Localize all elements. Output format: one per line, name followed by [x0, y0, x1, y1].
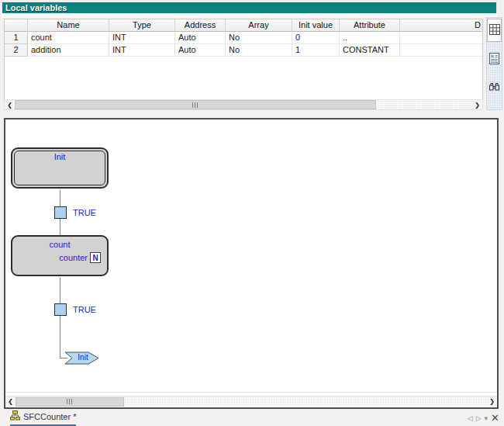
action-variable: counter [59, 253, 88, 262]
cell-attribute[interactable]: CONSTANT [340, 44, 400, 57]
sfc-link-line [60, 278, 60, 304]
document-tab-bar: SFCCounter * ◁ ▷ ▾ ✕ [0, 410, 504, 426]
binoculars-icon [488, 81, 500, 93]
header-type[interactable]: Type [109, 19, 175, 32]
grid-view-button[interactable] [487, 19, 502, 42]
cell-name[interactable]: count [28, 32, 109, 44]
cell-init-value[interactable]: 0 [292, 32, 340, 44]
cell-name[interactable]: addition [28, 44, 109, 57]
side-toolbar [486, 17, 502, 110]
sfc-jump[interactable]: Init [64, 352, 100, 365]
step-name: Init [12, 152, 107, 161]
transition-condition[interactable]: TRUE [73, 208, 96, 217]
table-horizontal-scrollbar[interactable]: ❮ ❯ [4, 99, 483, 110]
sfc-program-icon [10, 410, 20, 422]
cell-array[interactable]: No [226, 44, 292, 57]
jump-target: Init [74, 353, 91, 362]
scrollbar-thumb[interactable] [16, 397, 124, 407]
cell-address[interactable]: Auto [175, 44, 226, 57]
document-icon [489, 53, 499, 66]
canvas-bottom-separator [5, 392, 497, 393]
title-gap [2, 13, 497, 18]
cell-init-value[interactable]: 1 [292, 44, 340, 57]
cell-attribute[interactable]: .. [340, 32, 400, 44]
transition-condition[interactable]: TRUE [73, 305, 96, 314]
sfc-link-line [60, 190, 60, 208]
variables-table: Name Type Address Array Init value Attri… [4, 19, 483, 110]
header-row-number[interactable] [5, 19, 28, 32]
step-name: count [12, 240, 107, 249]
tab-controls: ◁ ▷ ▾ ✕ [468, 412, 499, 424]
tab-sfccounter[interactable]: SFCCounter * [10, 410, 76, 426]
sfc-transition[interactable] [54, 303, 67, 316]
scrollbar-thumb[interactable] [15, 100, 376, 109]
header-address[interactable]: Address [175, 19, 226, 32]
scroll-right-arrow-icon[interactable]: ❯ [487, 397, 497, 407]
find-button[interactable] [487, 77, 502, 97]
sfc-initial-step[interactable]: Init [11, 147, 109, 189]
panel-title: Local variables [5, 3, 67, 12]
scroll-left-arrow-icon[interactable]: ❮ [5, 397, 16, 407]
sfc-transition[interactable] [54, 206, 67, 219]
header-description[interactable]: D [400, 19, 482, 32]
cell-type[interactable]: INT [109, 32, 175, 44]
tab-list-dropdown-icon[interactable]: ▾ [485, 414, 488, 422]
scrollbar-grip-icon [192, 102, 198, 108]
initial-step-inner-border: Init [14, 151, 105, 185]
header-init-value[interactable]: Init value [292, 19, 340, 32]
cell-description[interactable] [400, 44, 482, 57]
table-header-row: Name Type Address Array Init value Attri… [5, 19, 482, 32]
sfc-link-line [60, 316, 60, 358]
scroll-left-arrow-icon[interactable]: ❮ [5, 100, 15, 109]
scroll-right-arrow-icon[interactable]: ❯ [472, 100, 482, 109]
header-name[interactable]: Name [28, 19, 109, 32]
scrollbar-grip-icon [67, 399, 73, 404]
table-row[interactable]: 1 count INT Auto No 0 .. [5, 32, 482, 44]
close-tab-icon[interactable]: ✕ [491, 412, 499, 424]
grid-icon [488, 23, 501, 37]
cell-description[interactable] [400, 32, 482, 44]
row-number[interactable]: 1 [5, 32, 28, 44]
description-view-button[interactable] [487, 49, 502, 69]
table-row[interactable]: 2 addition INT Auto No 1 CONSTANT [5, 44, 482, 57]
header-array[interactable]: Array [226, 19, 292, 32]
sfc-step-count[interactable]: count counter N [11, 235, 109, 276]
tab-scroll-left-icon[interactable]: ◁ [468, 414, 473, 422]
action-qualifier-box[interactable]: N [90, 252, 101, 263]
cell-address[interactable]: Auto [175, 32, 226, 44]
cell-array[interactable]: No [226, 32, 292, 44]
cell-type[interactable]: INT [109, 44, 175, 57]
tab-scroll-right-icon[interactable]: ▷ [476, 414, 482, 422]
header-attribute[interactable]: Attribute [340, 19, 400, 32]
row-number[interactable]: 2 [5, 44, 28, 57]
sfc-link-line [60, 219, 60, 235]
sfc-horizontal-scrollbar[interactable]: ❮ ❯ [5, 396, 497, 407]
tab-label: SFCCounter * [23, 412, 76, 421]
sfc-editor-canvas[interactable]: Init TRUE count counter N TRUE Init ❮ ❯ [4, 118, 499, 409]
local-variables-title-bar[interactable]: Local variables [2, 2, 497, 14]
step-action-block[interactable]: counter N [59, 252, 101, 263]
